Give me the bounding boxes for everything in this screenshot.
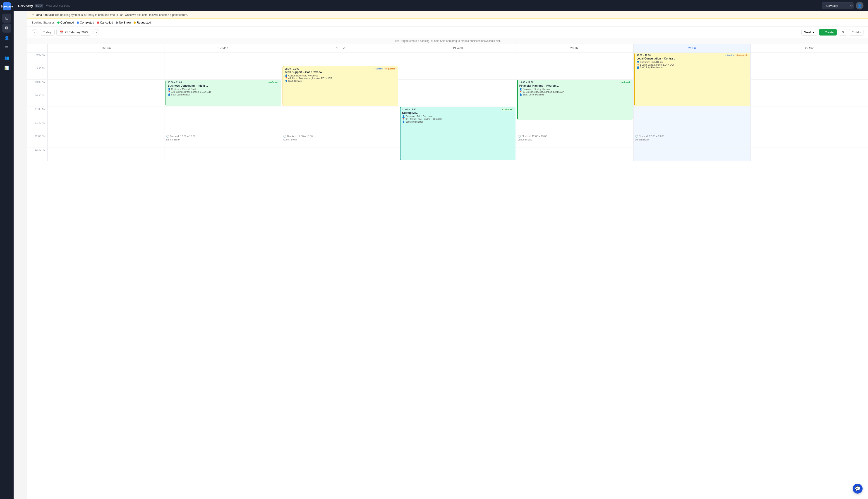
cell-1-6[interactable]: [751, 66, 868, 80]
time-6: 12:00 PM: [27, 134, 48, 147]
cell-6-6[interactable]: [751, 134, 868, 147]
cell-2-0[interactable]: [48, 80, 165, 93]
sidebar-item-analytics[interactable]: 📊: [2, 63, 11, 72]
booking-tech-support[interactable]: 09:30 – 11:00 ✓ ConfirmRequestedTech Sup…: [283, 66, 398, 106]
cell-2-6[interactable]: [751, 80, 868, 93]
card-staff: 👤Staff: Gilfoyle: [285, 80, 397, 82]
cell-6-4[interactable]: 🕐 Blocked: 12:00 – 13:00Lunch Break: [516, 134, 634, 147]
card-title: Startup Me...: [402, 111, 514, 114]
cancelled-dot: [97, 22, 99, 24]
tip-bar: Tip: Drag to create a booking, or hold S…: [27, 38, 868, 44]
create-button[interactable]: + Create: [819, 29, 837, 36]
cell-4-3[interactable]: 11:00 – 12:30 ConfirmedStartup Me...👤Cus…: [399, 107, 516, 120]
cell-1-1[interactable]: [165, 66, 282, 80]
requested-dot: [133, 22, 136, 24]
cell-7-4[interactable]: [516, 147, 634, 161]
cell-4-1[interactable]: [165, 107, 282, 120]
cell-2-3[interactable]: [399, 80, 516, 93]
today-button[interactable]: Today: [40, 29, 55, 36]
cell-0-6[interactable]: [751, 52, 868, 66]
cell-2-1[interactable]: 10:00 – 11:00 ConfirmedBusiness Consulti…: [165, 80, 282, 93]
cell-4-5[interactable]: [634, 107, 751, 120]
booking-legal-consultation[interactable]: 09:00 – 10:30 ✓ ConfirmRequestedLegal Co…: [634, 53, 750, 106]
cell-5-6[interactable]: [751, 120, 868, 134]
cell-3-0[interactable]: [48, 93, 165, 107]
cell-0-3[interactable]: [399, 52, 516, 66]
cell-1-2[interactable]: 09:30 – 11:00 ✓ ConfirmRequestedTech Sup…: [282, 66, 399, 80]
cell-1-4[interactable]: [516, 66, 634, 80]
sidebar-item-people[interactable]: 👥: [2, 53, 11, 62]
cell-5-2[interactable]: [282, 120, 399, 134]
cell-0-5[interactable]: 09:00 – 10:30 ✓ ConfirmRequestedLegal Co…: [634, 52, 751, 66]
cell-0-0[interactable]: [48, 52, 165, 66]
card-address: 📍45 Silicon Roundabout, London, EC1Y 1BE: [285, 77, 397, 80]
blocked-slot-2: 🕐 Blocked: 12:00 – 13:00Lunch Break: [282, 134, 399, 142]
status-badge: Requested: [735, 54, 748, 57]
confirm-link[interactable]: ✓ Confirm: [373, 68, 383, 70]
card-customer: 👤Customer: Erlich Bachman: [402, 115, 514, 118]
date-display: 📅 21 February 2025: [56, 29, 92, 36]
help-label: Help: [854, 31, 860, 34]
help-icon: ?: [852, 31, 854, 34]
card-address: 📍42 Startup Lane, London, EC2A 2DT: [402, 118, 514, 120]
topbar-subtitle[interactable]: View business page: [46, 4, 70, 7]
blocked-slot-4: 🕐 Blocked: 12:00 – 13:00Lunch Break: [516, 134, 633, 142]
cell-1-3[interactable]: [399, 66, 516, 80]
cell-7-0[interactable]: [48, 147, 165, 161]
card-staff: 👤Staff: Monica Hall: [402, 121, 514, 123]
cell-7-1[interactable]: [165, 147, 282, 161]
cell-4-0[interactable]: [48, 107, 165, 120]
cell-0-2[interactable]: [282, 52, 399, 66]
cell-0-4[interactable]: [516, 52, 634, 66]
time-1: 9:30 AM: [27, 66, 48, 80]
cell-5-4[interactable]: [516, 120, 634, 134]
sidebar-item-list[interactable]: ☰: [2, 44, 11, 52]
view-selector[interactable]: Week ▾: [801, 29, 817, 36]
time-3: 10:30 AM: [27, 93, 48, 107]
sidebar-item-calendar[interactable]: 🗓: [2, 24, 11, 33]
card-staff: 👤Staff: Toby Flenderson: [637, 66, 748, 69]
business-selector[interactable]: Serveasy: [822, 2, 854, 9]
chat-bubble[interactable]: 💬: [853, 484, 863, 494]
cell-7-5[interactable]: [634, 147, 751, 161]
cell-2-4[interactable]: 10:00 – 11:30 ConfirmedFinancial Plannin…: [516, 80, 634, 93]
avatar[interactable]: 👤: [856, 2, 864, 10]
cell-6-0[interactable]: [48, 134, 165, 147]
time-0: 9:00 AM: [27, 52, 48, 66]
sidebar-item-user[interactable]: 👤: [2, 34, 11, 42]
cell-4-2[interactable]: [282, 107, 399, 120]
cell-1-0[interactable]: [48, 66, 165, 80]
blocked-slot-5: 🕐 Blocked: 12:00 – 13:00Lunch Break: [634, 134, 751, 142]
cell-5-0[interactable]: [48, 120, 165, 134]
cell-7-2[interactable]: [282, 147, 399, 161]
settings-button[interactable]: ⚙: [839, 29, 847, 36]
booking-startup-me[interactable]: 11:00 – 12:30 ConfirmedStartup Me...👤Cus…: [400, 107, 515, 160]
confirm-link[interactable]: ✓ Confirm: [725, 54, 734, 56]
status-cancelled: Cancelled: [97, 21, 113, 24]
cell-5-1[interactable]: [165, 120, 282, 134]
card-customer: 👤Customer: Jared Dunn: [637, 61, 748, 63]
cell-4-6[interactable]: [751, 107, 868, 120]
card-time: 09:00 – 10:30: [637, 54, 651, 57]
cell-6-5[interactable]: 🕐 Blocked: 12:00 – 13:00Lunch Break: [634, 134, 751, 147]
cell-7-6[interactable]: [751, 147, 868, 161]
cell-6-1[interactable]: 🕐 Blocked: 12:00 – 13:00Lunch Break: [165, 134, 282, 147]
booking-business-consulting[interactable]: 10:00 – 11:00 ConfirmedBusiness Consulti…: [166, 80, 281, 106]
status-badge: Requested: [383, 68, 397, 70]
card-title: Tech Support – Code Review: [285, 71, 397, 74]
card-customer: 👤Customer: Michael Scott: [168, 88, 280, 90]
card-customer: 👤Customer: Richard Hendricks: [285, 74, 397, 77]
next-button[interactable]: ›: [93, 29, 99, 36]
cell-5-5[interactable]: [634, 120, 751, 134]
time-5: 11:30 AM: [27, 120, 48, 134]
sidebar-item-grid[interactable]: ⊞: [2, 14, 11, 23]
cell-3-3[interactable]: [399, 93, 516, 107]
cell-3-6[interactable]: [751, 93, 868, 107]
cell-6-2[interactable]: 🕐 Blocked: 12:00 – 13:00Lunch Break: [282, 134, 399, 147]
cell-0-1[interactable]: [165, 52, 282, 66]
day-header-2: 18 Tue: [282, 44, 399, 52]
prev-button[interactable]: ‹: [32, 29, 38, 36]
card-staff: 👤Staff: Jan Levinson: [168, 94, 280, 96]
help-button[interactable]: ? Help: [849, 29, 864, 36]
booking-financial-planning[interactable]: 10:00 – 11:30 ConfirmedFinancial Plannin…: [517, 80, 633, 120]
